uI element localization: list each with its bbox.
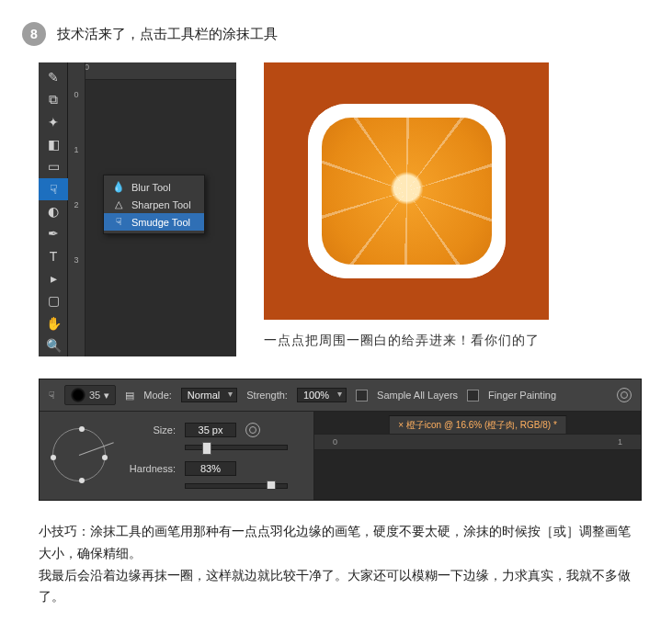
finger-painting-label: Finger Painting	[488, 390, 556, 401]
size-value-input[interactable]: 35 px	[185, 423, 236, 437]
ps-toolbar-screenshot: ✎ ⧉ ✦ ◧ ▭ ☟ ◐ ✒ T ▸ ▢ ✋ 🔍 0 0 1 2	[39, 62, 236, 356]
path-select-icon[interactable]: ▸	[39, 267, 68, 289]
history-brush-icon[interactable]: ✦	[39, 111, 68, 133]
flyout-label: Smudge Tool	[131, 217, 190, 228]
ruler-horizontal: 0	[68, 62, 236, 80]
tip-line-2: 我最后会沿着边缘再抹一圈，这样就边就比较干净了。大家还可以模糊一下边缘，力求真实…	[39, 565, 633, 609]
strength-label: Strength:	[246, 390, 288, 401]
orange-flesh	[322, 118, 492, 265]
size-slider[interactable]	[185, 445, 288, 450]
tool-flyout-menu: 💧 Blur Tool △ Sharpen Tool ☟ Smudge Tool	[103, 175, 205, 234]
ruler-mark: 0	[333, 437, 337, 447]
ruler-mark: 3	[74, 255, 78, 265]
smudge-options-bar: ☟ 35 ▾ ▤ Mode: Normal Strength: 100% Sam…	[39, 379, 642, 501]
shape-tool-icon[interactable]: ▢	[39, 289, 68, 311]
clone-stamp-icon[interactable]: ⧉	[39, 88, 68, 110]
flyout-label: Sharpen Tool	[131, 199, 191, 210]
brush-preset-chip[interactable]: 35 ▾	[64, 385, 116, 405]
orange-slice-shape	[308, 104, 506, 278]
brush-chip-size: 35	[89, 390, 100, 401]
mode-label: Mode:	[143, 390, 172, 401]
zoom-tool-icon[interactable]: 🔍	[39, 334, 68, 356]
hardness-label: Hardness:	[122, 463, 176, 474]
sample-all-layers-label: Sample All Layers	[377, 390, 458, 401]
hardness-slider[interactable]	[185, 483, 288, 489]
ruler-mark: 2	[74, 200, 78, 209]
hardness-value-input[interactable]: 83%	[185, 461, 236, 476]
size-reset-icon[interactable]	[245, 423, 260, 437]
flyout-blur-tool[interactable]: 💧 Blur Tool	[104, 178, 204, 196]
brush-angle-widget[interactable]	[52, 428, 106, 481]
blur-icon: 💧	[113, 181, 124, 193]
eraser-tool-icon[interactable]: ◧	[39, 133, 68, 155]
tip-text: 小技巧：涂抹工具的画笔用那种有一点点羽化边缘的画笔，硬度不要太硬，涂抹的时候按［…	[39, 521, 633, 608]
smudge-tool-chip-icon: ☟	[49, 390, 55, 401]
ruler-vertical: 0 1 2 3	[68, 62, 85, 356]
pressure-icon[interactable]	[617, 388, 632, 402]
pen-tool-icon[interactable]: ✒	[39, 222, 68, 244]
step-title: 技术活来了，点击工具栏的涂抹工具	[57, 26, 278, 43]
orange-caption: 一点点把周围一圈白的给弄进来！看你们的了	[264, 333, 549, 349]
sharpen-icon: △	[113, 198, 124, 210]
smudge-tool-icon[interactable]: ☟	[39, 178, 68, 200]
tip-line-1: 小技巧：涂抹工具的画笔用那种有一点点羽化边缘的画笔，硬度不要太硬，涂抹的时候按［…	[39, 521, 633, 565]
brush-preview-dot	[71, 388, 85, 402]
ruler-mark: 1	[74, 145, 78, 154]
step-header: 8 技术活来了，点击工具栏的涂抹工具	[22, 22, 650, 46]
brush-tool-icon[interactable]: ✎	[39, 66, 68, 88]
brush-popup-panel: Size: 35 px Hardness: 83%	[40, 412, 314, 500]
hand-tool-icon[interactable]: ✋	[39, 311, 68, 334]
size-label: Size:	[122, 424, 176, 435]
smudge-icon: ☟	[113, 216, 124, 228]
document-tab[interactable]: × 橙子icon @ 16.6% (橙子肉, RGB/8) *	[388, 415, 567, 435]
document-area: × 橙子icon @ 16.6% (橙子肉, RGB/8) * 0 1	[314, 412, 641, 500]
dodge-tool-icon[interactable]: ◐	[39, 200, 68, 222]
mode-dropdown[interactable]: Normal	[181, 388, 237, 402]
sample-all-layers-checkbox[interactable]	[356, 390, 368, 401]
chevron-down-icon: ▾	[104, 390, 109, 401]
flyout-sharpen-tool[interactable]: △ Sharpen Tool	[104, 196, 204, 213]
type-tool-icon[interactable]: T	[39, 245, 68, 267]
gradient-tool-icon[interactable]: ▭	[39, 155, 68, 177]
brush-panel-toggle-icon[interactable]: ▤	[125, 390, 134, 401]
orange-preview-canvas	[264, 62, 549, 320]
ruler-mark: 0	[74, 90, 78, 99]
step-number-badge: 8	[22, 22, 46, 46]
ruler-mark: 1	[618, 437, 622, 447]
finger-painting-checkbox[interactable]	[467, 390, 479, 401]
tool-column: ✎ ⧉ ✦ ◧ ▭ ☟ ◐ ✒ T ▸ ▢ ✋ 🔍	[39, 62, 68, 356]
flyout-label: Blur Tool	[131, 182, 171, 193]
strength-dropdown[interactable]: 100%	[297, 388, 347, 402]
document-ruler: 0 1	[314, 434, 641, 450]
flyout-smudge-tool[interactable]: ☟ Smudge Tool	[104, 213, 204, 231]
